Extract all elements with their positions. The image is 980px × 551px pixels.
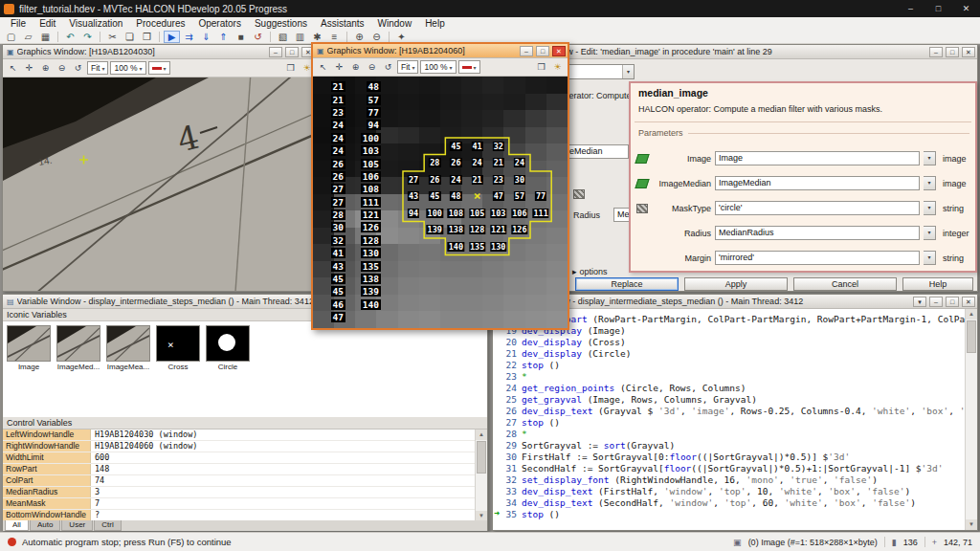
line-number[interactable]: 21 bbox=[493, 348, 522, 360]
scroll-up-icon[interactable]: ▲ bbox=[476, 430, 487, 440]
variable-window-button[interactable]: ▥ bbox=[292, 31, 308, 43]
line-number[interactable]: 30 bbox=[493, 452, 522, 463]
scroll-thumb[interactable] bbox=[967, 320, 976, 353]
graphics-zoom-pan-tool-icon[interactable]: ✛ bbox=[332, 60, 346, 74]
replace-button[interactable]: Replace bbox=[575, 277, 679, 291]
program-scrollbar[interactable]: ▲ ▼ bbox=[965, 309, 977, 530]
graphics-left-reset-view-tool-icon[interactable]: ↺ bbox=[71, 61, 85, 75]
app-maximize-button[interactable]: □ bbox=[924, 0, 952, 17]
variable-thumbnail[interactable] bbox=[56, 325, 100, 362]
control-variable-row[interactable]: MedianRadius3 bbox=[3, 487, 475, 498]
iconic-variable[interactable]: Image bbox=[7, 325, 51, 371]
graphics-zoom-draw-color-select[interactable]: ▾ bbox=[458, 60, 480, 74]
graphics-left-maximize-button[interactable]: □ bbox=[285, 47, 299, 57]
control-variable-row[interactable]: MeanMask7 bbox=[3, 498, 475, 510]
variable-thumbnail[interactable]: × bbox=[156, 325, 200, 362]
step-into-button[interactable]: ⇓ bbox=[198, 31, 214, 43]
graphics-canvas-zoom[interactable]: 4541322826242124272624212330434548×47577… bbox=[313, 77, 568, 328]
save-program-button[interactable]: ▦ bbox=[37, 31, 54, 43]
line-number[interactable]: 31 bbox=[493, 463, 522, 474]
graphics-zoom-zoom-out-tool-icon[interactable]: ⊖ bbox=[365, 60, 379, 74]
variable-thumbnail[interactable] bbox=[106, 325, 150, 362]
apply-button[interactable]: Apply bbox=[684, 277, 788, 291]
cut-button[interactable]: ✂ bbox=[104, 31, 121, 43]
graphics-left-zoom-in-tool-icon[interactable]: ⊕ bbox=[38, 61, 53, 75]
combo-arrow-icon[interactable]: ▾ bbox=[622, 65, 634, 78]
code-line[interactable]: 20dev_display (Cross) bbox=[493, 337, 965, 348]
reset-button[interactable]: ↺ bbox=[250, 31, 266, 43]
graphics-window-button[interactable]: ▧ bbox=[275, 31, 291, 43]
variable-tab-all[interactable]: All bbox=[5, 520, 29, 531]
program-procedures-dropdown[interactable]: ▾ bbox=[913, 297, 926, 307]
param-radius-input[interactable]: MedianRadius bbox=[715, 226, 920, 240]
variable-tab-auto[interactable]: Auto bbox=[30, 520, 60, 531]
graphics-zoom-light-tool-icon[interactable]: ☀ bbox=[550, 60, 565, 74]
graphics-zoom-zoom-select[interactable]: 100 %▾ bbox=[420, 60, 456, 74]
menu-item-help[interactable]: Help bbox=[418, 17, 452, 31]
line-number[interactable]: 22 bbox=[493, 360, 522, 371]
code-line[interactable]: 26dev_disp_text (Grayval $ '3d', 'image'… bbox=[493, 406, 965, 417]
variable-tab-user[interactable]: User bbox=[61, 520, 93, 531]
variable-thumbnail[interactable] bbox=[206, 325, 250, 362]
graphics-zoom-select-tool-icon[interactable]: ↖ bbox=[316, 60, 330, 74]
graphics-zoom-zoom-in-tool-icon[interactable]: ⊕ bbox=[348, 60, 363, 74]
param-image-input[interactable]: Image bbox=[715, 151, 920, 165]
line-number[interactable]: 33 bbox=[493, 486, 522, 497]
operator-close-button[interactable]: ✕ bbox=[962, 47, 975, 57]
scroll-down-icon[interactable]: ▼ bbox=[966, 519, 977, 530]
iconic-variable[interactable]: ×Cross bbox=[156, 325, 200, 371]
step-out-button[interactable]: ⇑ bbox=[215, 31, 232, 43]
operator-maximize-button[interactable]: □ bbox=[946, 47, 959, 57]
graphics-zoom-snapshot-tool-icon[interactable]: ❒ bbox=[534, 60, 548, 74]
code-line[interactable]: 33dev_disp_text (FirstHalf, 'window', 't… bbox=[493, 486, 965, 497]
line-number[interactable]: 26 bbox=[493, 406, 522, 417]
param-imagemedian-input[interactable]: ImageMedian bbox=[715, 176, 920, 190]
code-line[interactable]: ➜35stop () bbox=[493, 509, 965, 520]
control-variable-row[interactable]: RowPart148 bbox=[3, 464, 475, 475]
graphics-left-minimize-button[interactable]: – bbox=[269, 47, 282, 57]
line-number[interactable]: 25 bbox=[493, 394, 522, 406]
code-editor[interactable]: 18dev_set_part (RowPart-PartMargin, ColP… bbox=[493, 309, 977, 530]
step-over-button[interactable]: ⇉ bbox=[181, 31, 197, 43]
scroll-up-icon[interactable]: ▲ bbox=[966, 309, 977, 320]
code-line[interactable]: 23* bbox=[493, 371, 965, 383]
code-line[interactable]: 24get_region_points (Circle, Rows, Colum… bbox=[493, 383, 965, 394]
param-margin-input[interactable]: 'mirrored' bbox=[715, 251, 920, 265]
graphics-zoom-close-button[interactable]: ✕ bbox=[552, 46, 566, 56]
param-masktype-input[interactable]: 'circle' bbox=[715, 201, 920, 215]
iconic-variable[interactable]: ImageMea... bbox=[106, 325, 150, 371]
control-variable-row[interactable]: ColPart74 bbox=[3, 475, 475, 487]
operator-minimize-button[interactable]: – bbox=[929, 47, 943, 57]
code-line[interactable]: 30FirstHalf := SortGrayval[0:floor((|Sor… bbox=[493, 452, 965, 463]
options-expander[interactable]: ▸ options bbox=[572, 267, 608, 276]
paste-button[interactable]: ❐ bbox=[139, 31, 155, 43]
line-number[interactable]: 23 bbox=[493, 371, 522, 383]
program-maximize-button[interactable]: □ bbox=[946, 297, 959, 307]
graphics-left-zoom-out-tool-icon[interactable]: ⊖ bbox=[55, 61, 69, 75]
open-program-button[interactable]: ▱ bbox=[20, 31, 36, 43]
help-button[interactable]: Help bbox=[902, 277, 973, 291]
variable-scrollbar[interactable]: ▲ ▼ bbox=[475, 430, 487, 521]
menu-item-window[interactable]: Window bbox=[371, 17, 419, 31]
undo-button[interactable]: ↶ bbox=[62, 31, 78, 43]
graphics-left-fit-select[interactable]: Fit▾ bbox=[87, 61, 108, 75]
control-variable-row[interactable]: WidthLimit600 bbox=[3, 452, 475, 464]
graphics-left-snapshot-tool-icon[interactable]: ❒ bbox=[283, 61, 298, 75]
param-image-dropdown[interactable]: ▾ bbox=[924, 151, 936, 165]
app-minimize-button[interactable]: – bbox=[897, 0, 924, 17]
control-variable-row[interactable]: RightWindowHandleH19AB1204060 (window) bbox=[3, 441, 475, 452]
menu-item-operators[interactable]: Operators bbox=[191, 17, 247, 31]
line-number[interactable]: 20 bbox=[493, 337, 522, 348]
line-number[interactable]: 28 bbox=[493, 429, 522, 440]
code-line[interactable]: 27stop () bbox=[493, 417, 965, 429]
param-radius-dropdown[interactable]: ▾ bbox=[924, 226, 936, 240]
control-variable-row[interactable]: LeftWindowHandleH19AB1204030 (window) bbox=[3, 430, 475, 441]
graphics-zoom-maximize-button[interactable]: □ bbox=[536, 46, 549, 56]
menu-item-suggestions[interactable]: Suggestions bbox=[248, 17, 314, 31]
graphics-left-pan-tool-icon[interactable]: ✛ bbox=[22, 61, 36, 75]
menu-item-edit[interactable]: Edit bbox=[33, 17, 62, 31]
code-line[interactable]: 21dev_display (Circle) bbox=[493, 348, 965, 360]
param-imagemedian-dropdown[interactable]: ▾ bbox=[924, 176, 936, 190]
graphics-left-draw-color-select[interactable]: ▾ bbox=[148, 61, 170, 75]
param-masktype-dropdown[interactable]: ▾ bbox=[924, 201, 936, 215]
